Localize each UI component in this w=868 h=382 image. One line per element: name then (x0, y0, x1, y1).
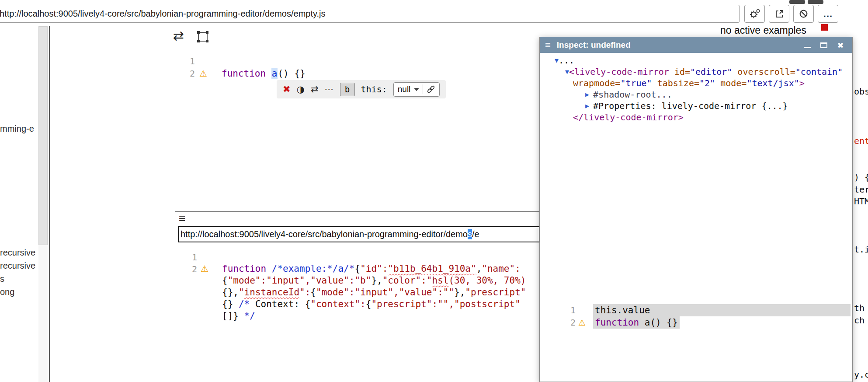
code-line[interactable]: {"mode":"input","value":"b"},"color":"hs… (222, 275, 526, 287)
code-segment: overscroll= (732, 67, 795, 77)
tree-row[interactable]: wrapmode="true" tabsize="2" mode="text/j… (540, 77, 852, 89)
this-label: this: (361, 84, 387, 95)
dropdown-value: null (398, 84, 411, 94)
code-segment: hsl (432, 275, 448, 286)
line-number: 2 (184, 67, 195, 80)
red-marker (821, 24, 828, 31)
expander-icon: ▼ (565, 68, 569, 76)
url-text: http://localhost:9005/lively4-core/src/b… (181, 229, 468, 239)
delete-example-icon[interactable]: ✖ (283, 84, 291, 95)
code-segment: wrapmode= (573, 78, 620, 88)
block-icon (799, 9, 809, 19)
window-control[interactable] (808, 0, 823, 4)
code-line[interactable]: function /*example:*/a/*{"id":"b11b_64b1… (222, 263, 521, 275)
code-segment: "contain" (795, 67, 843, 77)
more-button[interactable]: ... (818, 5, 838, 23)
editor-url-input[interactable]: http://localhost:9005/lively4-core/src/b… (178, 226, 540, 242)
code-segment: () {} (278, 68, 305, 79)
close-button[interactable]: ✖ (834, 39, 847, 51)
code-segment: /*example:*/ (272, 263, 338, 274)
clipped-text-fragment: y.c (854, 369, 868, 380)
scrollbar-track[interactable] (38, 26, 48, 382)
clipped-text-fragment: recursive (0, 248, 35, 258)
gears-icon (749, 8, 761, 20)
clipped-text-fragment: mming-e (0, 124, 34, 134)
more-label: ... (823, 8, 833, 20)
bounding-box-icon (195, 29, 211, 45)
tree-row[interactable]: ▶ #Properties: lively-code-mirror {...} (540, 100, 852, 112)
more-dots-icon[interactable]: ⋯ (325, 84, 334, 95)
minimize-button[interactable] (801, 39, 814, 51)
code-segment: function (222, 68, 266, 79)
clipped-text-fragment: recursive (0, 261, 35, 271)
url-text-suffix: /e (472, 229, 479, 239)
code-segment: "prescript":"","postscript" (371, 299, 520, 309)
code-segment: ": (299, 287, 310, 298)
line-number: 2 (562, 316, 576, 329)
code-segment: "2" (699, 78, 715, 88)
clipped-text-fragment: ter (854, 184, 868, 195)
link-icon[interactable] (427, 85, 435, 94)
code-segment: {} (222, 299, 239, 309)
browser-url-input[interactable] (0, 5, 740, 23)
code-segment: */ (244, 311, 255, 321)
open-external-button[interactable] (769, 5, 789, 23)
settings-button[interactable] (744, 5, 765, 23)
swap-arrows-icon[interactable]: ⇄ (311, 84, 319, 95)
window-control[interactable] (789, 0, 805, 4)
expander-icon: ▶ (585, 102, 593, 110)
code-segment: "name": (482, 263, 521, 274)
tree-row[interactable]: ▼... (540, 55, 852, 66)
swap-arrows-icon[interactable]: ⇄ (173, 28, 184, 43)
code-segment: ... (559, 55, 574, 66)
this-value-dropdown[interactable]: null (393, 82, 440, 97)
code-segment: "prescript" (465, 287, 526, 298)
code-line[interactable]: function a() {} (222, 67, 306, 80)
line-number: 1 (186, 251, 197, 263)
maximize-button[interactable] (817, 39, 830, 51)
gutter-divider (588, 301, 588, 382)
tree-row[interactable]: ▼<lively-code-mirror id="editor" overscr… (540, 66, 852, 77)
code-segment: a() {} (639, 317, 678, 328)
window-title: Inspect: undefined (557, 40, 797, 50)
code-line[interactable]: {} /* Context: {"context":{"prescript":"… (222, 298, 521, 310)
code-segment: /* (344, 263, 354, 274)
menu-icon[interactable]: ≡ (179, 212, 186, 225)
clipped-text-fragment: ong (0, 287, 14, 297)
code-segment: (30, 30%, 70%) (448, 275, 526, 286)
divider (423, 84, 423, 94)
code-segment (266, 68, 271, 79)
clipped-text-fragment: ch (854, 315, 865, 326)
maximize-icon (820, 42, 827, 48)
code-segment: Context: { (255, 299, 310, 309)
toggle-example-icon[interactable]: ◑ (297, 84, 305, 95)
tree-row[interactable]: </lively-code-mirror> (540, 112, 852, 123)
line-number: 1 (562, 304, 576, 316)
example-name-button[interactable]: b (340, 83, 355, 96)
tree-row[interactable]: ▶ #shadow-root... (540, 89, 852, 100)
code-segment: #Properties: lively-code-mirror {...} (593, 101, 788, 111)
inspector-titlebar[interactable]: ≡ Inspect: undefined ✖ (540, 37, 852, 53)
panel-divider (49, 26, 50, 382)
line-number: 1 (184, 55, 195, 67)
block-button[interactable] (793, 5, 814, 23)
code-segment: instanceId (244, 287, 299, 298)
no-active-examples-label: no active examples (720, 25, 806, 36)
code-line[interactable]: this.value (593, 304, 851, 316)
warning-icon: ⚠ (199, 67, 207, 80)
url-selected-char: s (468, 229, 472, 239)
clipped-text-fragment: t.i (854, 244, 868, 255)
clipped-text-fragment: th (854, 303, 865, 313)
bounding-box-button[interactable] (195, 29, 211, 46)
babylonian-editor-pane: ≡ http://localhost:9005/lively4-core/src… (175, 211, 540, 382)
code-segment: /* (239, 299, 255, 309)
code-line[interactable]: function a() {} (593, 316, 680, 329)
code-segment: "context": (310, 299, 365, 309)
example-widget: ✖ ◑ ⇄ ⋯ b this: null (277, 80, 446, 98)
scrollbar-thumb[interactable] (38, 26, 48, 245)
code-line[interactable]: {},"instanceId":{"mode":"input","value":… (222, 287, 526, 298)
warning-icon: ⚠ (201, 263, 208, 275)
code-line[interactable]: []} */ (222, 310, 255, 322)
menu-icon[interactable]: ≡ (545, 39, 551, 51)
code-segment: id= (669, 67, 690, 77)
